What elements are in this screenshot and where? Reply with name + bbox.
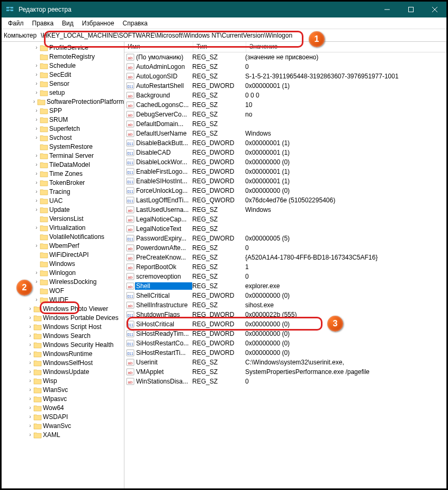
tree-item[interactable]: ›WindowsUpdate [2,367,124,376]
list-row[interactable]: 011DisableBackButt...REG_DWORD0x00000001… [124,138,446,148]
expand-icon[interactable]: › [27,423,33,429]
expand-icon[interactable]: › [33,135,40,140]
col-type[interactable]: Тип [193,42,246,52]
list-row[interactable]: 011EnableFirstLogo...REG_DWORD0x00000001… [124,167,446,176]
expand-icon[interactable]: › [33,72,40,77]
expand-icon[interactable]: › [33,90,40,95]
list-row[interactable]: abShellInfrastructureREG_SZsihost.exe [124,300,446,310]
tree-item[interactable]: VersionsList [2,214,124,223]
menu-fav[interactable]: Избранное [78,19,119,28]
tree-item[interactable]: ›Wow64 [2,403,124,412]
list-row[interactable]: 011DisableCADREG_DWORD0x00000001 (1) [124,148,446,157]
expand-icon[interactable]: › [27,378,33,384]
list-row[interactable]: ab(По умолчанию)REG_SZ(значение не присв… [124,52,446,62]
expand-icon[interactable]: › [33,198,40,203]
list-row[interactable]: 011AutoRestartShellREG_DWORD0x00000001 (… [124,81,446,91]
expand-icon[interactable]: › [27,360,33,366]
tree-item[interactable]: ›Time Zones [2,169,124,178]
tree-item[interactable]: ›Windows Portable Devices [2,313,124,322]
expand-icon[interactable]: › [33,270,40,275]
tree-item[interactable]: ›Windows Script Host [2,322,124,331]
tree-item[interactable]: ›WUDF [2,295,124,304]
col-name[interactable]: Имя [124,42,193,52]
list-row[interactable]: 011ShutdownFlagsREG_DWORD0x0000022b (555… [124,310,446,319]
tree-item[interactable]: ›Schedule [2,61,124,70]
tree-item[interactable]: ›TokenBroker [2,178,124,187]
expand-icon[interactable]: › [33,243,40,248]
list-row[interactable]: abBackgroundREG_SZ0 0 0 [124,91,446,100]
list-row[interactable]: abWinStationsDisa...REG_SZ0 [124,377,446,386]
list-row[interactable]: abPreCreateKnow...REG_SZ{A520A1A4-1780-4… [124,253,446,262]
expand-icon[interactable]: › [33,81,40,86]
list-row[interactable]: abLastUsedUserna...REG_SZWindows [124,205,446,215]
menu-edit[interactable]: Правка [28,19,58,28]
tree-panel[interactable]: ›ProfileServiceRemoteRegistry›Schedule›S… [2,42,124,488]
menu-file[interactable]: Файл [4,19,28,28]
expand-icon[interactable]: › [33,63,40,68]
list-row[interactable]: abCachedLogonsC...REG_SZ10 [124,100,446,110]
tree-item[interactable]: ›Svchost [2,133,124,142]
col-value[interactable]: Значение [246,42,446,52]
expand-icon[interactable]: › [31,99,37,104]
tree-item[interactable]: ›XAML [2,430,124,439]
menu-view[interactable]: Вид [58,19,78,28]
expand-icon[interactable]: › [27,306,33,311]
tree-item[interactable]: ›WlanSvc [2,385,124,394]
list-row[interactable]: abscremoveoptionREG_SZ0 [124,272,446,281]
list-row[interactable]: abAutoAdminLogonREG_SZ0 [124,62,446,72]
expand-icon[interactable]: › [27,387,33,393]
tree-item[interactable]: ›WwanSvc [2,421,124,430]
expand-icon[interactable]: › [33,279,40,284]
expand-icon[interactable]: › [27,414,33,420]
list-body[interactable]: ab(По умолчанию)REG_SZ(значение не присв… [124,52,446,386]
tree-item[interactable]: ›WindowsSelfHost [2,358,124,367]
list-row[interactable]: abDebugServerCo...REG_SZno [124,110,446,119]
list-row[interactable]: 011ShellCriticalREG_DWORD0x00000000 (0) [124,291,446,300]
expand-icon[interactable]: › [33,171,40,176]
expand-icon[interactable]: › [27,342,33,348]
list-row[interactable]: abLegalNoticeTextREG_SZ [124,224,446,234]
tree-item[interactable]: ›SPP [2,106,124,115]
list-row[interactable]: 011DisableLockWor...REG_DWORD0x00000000 … [124,157,446,167]
tree-item[interactable]: ›SRUM [2,115,124,124]
expand-icon[interactable]: › [27,369,33,375]
expand-icon[interactable]: › [27,396,33,402]
list-row[interactable]: 011PasswordExpiry...REG_DWORD0x00000005 … [124,234,446,243]
tree-item[interactable]: ›Windows Security Health [2,340,124,349]
tree-item[interactable]: RemoteRegistry [2,52,124,61]
list-row[interactable]: 011SiHostReadyTim...REG_DWORD0x00000000 … [124,329,446,338]
tree-item[interactable]: ›WSDAPI [2,412,124,421]
maximize-button[interactable] [399,2,423,17]
tree-item[interactable]: ›Terminal Server [2,151,124,160]
list-row[interactable]: abDefaultUserNameREG_SZWindows [124,129,446,138]
close-button[interactable] [423,2,446,17]
tree-item[interactable]: ›Wisp [2,376,124,385]
tree-item[interactable]: ›Superfetch [2,124,124,133]
expand-icon[interactable]: › [33,108,40,113]
tree-item[interactable]: ›Tracing [2,187,124,196]
expand-icon[interactable]: › [27,351,33,357]
expand-icon[interactable]: › [33,153,40,158]
tree-item[interactable]: ›Winlogon [2,268,124,277]
tree-item[interactable]: ›Windows Photo Viewer [2,304,124,313]
tree-item[interactable]: ›WindowsRuntime [2,349,124,358]
tree-item[interactable]: VolatileNotifications [2,232,124,241]
list-row[interactable]: abReportBootOkREG_SZ1 [124,262,446,272]
list-row[interactable]: abDefaultDomain...REG_SZ [124,119,446,129]
tree-item[interactable]: ›Virtualization [2,223,124,232]
tree-item[interactable]: ›ProfileService [2,43,124,52]
address-bar[interactable]: Компьютер \HKEY_LOCAL_MACHINE\SOFTWARE\M… [2,29,446,42]
expand-icon[interactable]: › [33,297,40,302]
list-row[interactable]: abShellREG_SZexplorer.exe [124,281,446,291]
expand-icon[interactable]: › [33,207,40,212]
list-row[interactable]: 011EnableSIHostInt...REG_DWORD0x00000001… [124,176,446,186]
list-row[interactable]: abPowerdownAfte...REG_SZ0 [124,243,446,253]
expand-icon[interactable]: › [33,162,40,167]
address-path[interactable]: \HKEY_LOCAL_MACHINE\SOFTWARE\Microsoft\W… [39,31,444,40]
expand-icon[interactable]: › [33,45,40,50]
minimize-button[interactable] [375,2,399,17]
expand-icon[interactable]: › [33,117,40,122]
list-row[interactable]: abVMAppletREG_SZSystemPropertiesPerforma… [124,367,446,377]
tree-item[interactable]: ›SecEdit [2,70,124,79]
expand-icon[interactable]: › [33,225,40,230]
